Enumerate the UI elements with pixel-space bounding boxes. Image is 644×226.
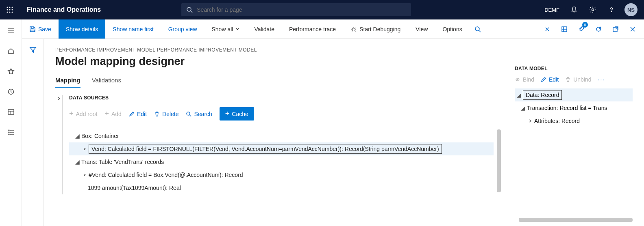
chevron-down-icon <box>235 27 239 31</box>
options-menu[interactable]: Options <box>435 19 469 39</box>
find-button[interactable] <box>470 19 486 39</box>
svg-rect-24 <box>8 110 14 114</box>
collapse-types-panel[interactable] <box>55 95 63 194</box>
collapse-icon[interactable]: ◢ <box>515 92 523 98</box>
show-details-button[interactable]: Show details <box>59 19 105 39</box>
tree-node-tax[interactable]: 1099 amount(Tax1099Amount): Real <box>69 181 494 194</box>
home-icon[interactable] <box>3 45 19 57</box>
datasources-title: DATA SOURCES <box>69 95 494 101</box>
save-icon <box>29 26 36 32</box>
search-input[interactable] <box>197 6 406 13</box>
favorites-icon[interactable] <box>3 66 19 77</box>
settings-icon[interactable] <box>584 0 602 19</box>
delete-button[interactable]: Delete <box>154 111 178 117</box>
waffle-icon[interactable] <box>0 0 20 19</box>
filter-icon[interactable] <box>29 46 37 226</box>
tree-node-trans[interactable]: ◢ Trans: Table 'VendTrans' records <box>69 155 494 168</box>
recent-icon[interactable] <box>3 86 19 97</box>
svg-point-12 <box>611 11 612 12</box>
datamodel-panel: DATA MODEL Bind Edit Unbind ··· ◢ <box>515 66 633 127</box>
popout-button[interactable] <box>607 19 624 39</box>
dm-node-data[interactable]: ◢ Data: Record <box>515 88 633 101</box>
svg-point-14 <box>475 27 479 31</box>
content-area: PERFORMANCE IMPROVEMENT MODEL PERFORMANC… <box>22 39 644 226</box>
svg-point-2 <box>12 7 13 8</box>
trash-icon <box>565 77 571 82</box>
left-rail <box>0 19 22 226</box>
view-menu[interactable]: View <box>408 19 435 39</box>
expand-icon[interactable] <box>80 147 89 151</box>
global-search[interactable] <box>181 3 411 16</box>
close-button[interactable] <box>624 19 641 39</box>
link-button[interactable] <box>539 19 555 39</box>
datamodel-tree: ◢ Data: Record ◢ Transaction: Record lis… <box>515 88 633 127</box>
refresh-button[interactable] <box>590 19 607 39</box>
svg-point-4 <box>9 9 11 11</box>
save-button[interactable]: Save <box>22 19 59 39</box>
add-root-button[interactable]: +Add root <box>69 110 97 118</box>
search-icon <box>186 6 193 13</box>
command-bar: Save Show details Show name first Group … <box>0 19 644 39</box>
help-icon[interactable] <box>603 0 620 19</box>
more-button[interactable]: ··· <box>598 76 605 83</box>
svg-point-1 <box>9 7 11 8</box>
svg-point-7 <box>9 12 11 13</box>
tab-validations[interactable]: Validations <box>92 77 121 88</box>
validate-button[interactable]: Validate <box>247 19 282 39</box>
user-avatar[interactable]: NS <box>624 3 637 16</box>
tree-node-vend[interactable]: Vend: Calculated field = FIRSTORNULL(FIL… <box>69 142 494 155</box>
edit-button-dm[interactable]: Edit <box>541 76 559 83</box>
svg-line-15 <box>479 30 481 32</box>
top-bar: Finance and Operations DEMF NS <box>0 0 644 19</box>
hamburger-icon[interactable] <box>3 25 19 37</box>
collapse-icon[interactable]: ◢ <box>73 133 81 139</box>
svg-point-28 <box>9 132 9 133</box>
tree-node-hashvend[interactable]: #Vend: Calculated field = Box.Vend(@.Acc… <box>69 168 494 181</box>
datamodel-title: DATA MODEL <box>515 66 633 71</box>
performance-trace-button[interactable]: Performance trace <box>282 19 343 39</box>
datasources-tree: ◢ Box: Container Vend: Calculated field … <box>69 129 494 194</box>
collapse-icon[interactable]: ◢ <box>519 105 527 111</box>
svg-point-33 <box>187 112 190 115</box>
horizontal-scrollbar[interactable] <box>519 218 633 222</box>
group-view-button[interactable]: Group view <box>161 19 205 39</box>
tab-mapping[interactable]: Mapping <box>55 77 80 88</box>
svg-point-5 <box>12 9 13 11</box>
attachments-badge: 0 <box>582 22 588 28</box>
filter-column <box>22 39 44 226</box>
collapse-icon[interactable]: ◢ <box>73 159 81 165</box>
app-title: Finance and Operations <box>20 6 108 13</box>
search-button[interactable]: Search <box>186 111 212 117</box>
notifications-icon[interactable] <box>565 0 583 19</box>
show-name-first-button[interactable]: Show name first <box>105 19 161 39</box>
svg-point-11 <box>592 9 594 11</box>
expand-icon[interactable] <box>80 173 89 177</box>
edit-button[interactable]: Edit <box>129 111 147 117</box>
vertical-scrollbar[interactable] <box>497 129 501 192</box>
bug-icon <box>350 26 357 32</box>
dm-node-transaction[interactable]: ◢ Transaction: Record list = Trans <box>515 101 633 114</box>
breadcrumb: PERFORMANCE IMPROVEMENT MODEL PERFORMANC… <box>55 47 633 53</box>
workspaces-icon[interactable] <box>3 106 19 118</box>
show-all-dropdown[interactable]: Show all <box>205 19 247 39</box>
cache-button[interactable]: +Cache <box>220 107 254 121</box>
expand-icon[interactable] <box>526 119 534 123</box>
add-button[interactable]: +Add <box>104 110 121 118</box>
svg-line-34 <box>189 115 191 116</box>
office-button[interactable] <box>556 19 572 39</box>
start-debugging-button[interactable]: Start Debugging <box>343 19 408 39</box>
link-icon <box>515 77 520 82</box>
bind-button[interactable]: Bind <box>515 76 534 83</box>
environment-label: DEMF <box>540 7 564 13</box>
unbind-button[interactable]: Unbind <box>565 76 591 83</box>
svg-line-10 <box>191 11 192 13</box>
attachments-button[interactable]: 0 <box>573 19 590 39</box>
close-icon <box>630 26 635 32</box>
svg-point-6 <box>7 12 8 13</box>
dm-node-attributes[interactable]: Attributes: Record <box>515 114 633 127</box>
modules-icon[interactable] <box>3 127 19 138</box>
search-icon <box>186 111 191 117</box>
svg-point-3 <box>7 9 8 11</box>
svg-point-27 <box>9 130 9 131</box>
tree-node-box[interactable]: ◢ Box: Container <box>69 129 494 142</box>
